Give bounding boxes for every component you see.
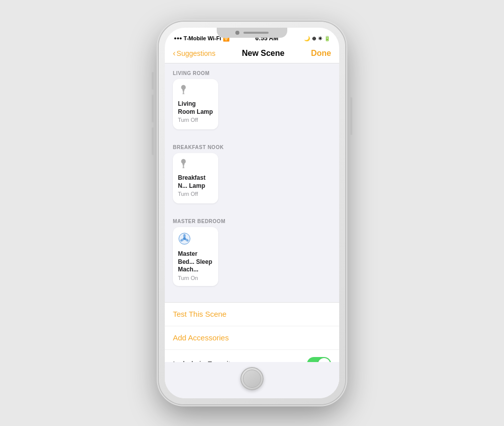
section-living-room: LIVING ROOM Living Roo	[165, 63, 339, 137]
device-name-sleep-machine: Master Bed... Sleep Mach...	[178, 250, 213, 274]
section-header-breakfast-nook: BREAKFAST NOOK	[165, 137, 339, 153]
home-button-inner	[243, 370, 261, 388]
section-header-living-room: LIVING ROOM	[165, 63, 339, 79]
add-accessories-row[interactable]: Add Accessories	[165, 326, 339, 350]
carrier-label: T-Mobile Wi-Fi	[183, 35, 221, 41]
device-status-sleep-machine: Turn On	[178, 275, 198, 281]
section-devices-master-bedroom: Master Bed... Sleep Mach... Turn On	[165, 227, 339, 294]
volume-up-button	[152, 95, 154, 122]
location-icon: ⊕	[312, 36, 316, 41]
volume-silent-button	[152, 72, 154, 90]
volume-down-button	[152, 127, 154, 155]
power-button	[350, 97, 352, 135]
earpiece-speaker	[243, 32, 269, 34]
device-status-breakfast-lamp: Turn Off	[178, 191, 198, 197]
page-title: New Scene	[242, 49, 284, 58]
favorites-toggle[interactable]	[307, 357, 331, 362]
section-devices-breakfast-nook: Breakfast N... Lamp Turn Off	[165, 153, 339, 211]
home-button-area	[165, 362, 339, 398]
test-scene-button[interactable]: Test This Scene	[173, 310, 226, 318]
main-content: LIVING ROOM Living Roo	[165, 63, 339, 362]
ios-screen: ●●● T-Mobile Wi-Fi 🛜 6:55 AM 🌙 ⊕ ✳ 🔋 ‹ S…	[165, 28, 339, 398]
toggle-knob	[318, 358, 330, 362]
signal-icon: ●●●	[174, 36, 182, 41]
phone-notch	[217, 28, 287, 38]
front-camera	[235, 31, 239, 35]
moon-icon: 🌙	[304, 36, 310, 41]
section-devices-living-room: Living Room Lamp Turn Off	[165, 79, 339, 137]
section-header-master-bedroom: MASTER BEDROOM	[165, 211, 339, 227]
status-icons: 🌙 ⊕ ✳ 🔋	[304, 36, 330, 41]
battery-icon: 🔋	[324, 36, 330, 41]
favorites-row: Include in Favorites	[165, 350, 339, 362]
chevron-left-icon: ‹	[173, 49, 175, 58]
action-section: Test This Scene Add Accessories Include …	[165, 302, 339, 362]
add-accessories-button[interactable]: Add Accessories	[173, 333, 229, 342]
phone-device: ●●● T-Mobile Wi-Fi 🛜 6:55 AM 🌙 ⊕ ✳ 🔋 ‹ S…	[159, 22, 345, 404]
svg-rect-3	[183, 166, 184, 167]
device-name-living-room-lamp: Living Room Lamp	[178, 100, 213, 116]
lamp-icon	[178, 84, 189, 100]
favorites-toggle-row: Include in Favorites	[173, 357, 331, 362]
bluetooth-icon: ✳	[318, 36, 322, 41]
back-button[interactable]: ‹ Suggestions	[173, 49, 215, 58]
phone-screen: ●●● T-Mobile Wi-Fi 🛜 6:55 AM 🌙 ⊕ ✳ 🔋 ‹ S…	[165, 28, 339, 398]
svg-point-8	[183, 234, 186, 238]
home-button[interactable]	[240, 367, 264, 390]
section-master-bedroom: MASTER BEDROOM	[165, 211, 339, 294]
test-scene-row[interactable]: Test This Scene	[165, 303, 339, 326]
lamp-icon-breakfast	[178, 158, 189, 174]
back-label: Suggestions	[176, 49, 215, 57]
section-breakfast-nook: BREAKFAST NOOK Breakfa	[165, 137, 339, 211]
device-tile-sleep-machine[interactable]: Master Bed... Sleep Mach... Turn On	[173, 227, 218, 286]
device-tile-living-room-lamp[interactable]: Living Room Lamp Turn Off	[173, 79, 218, 129]
svg-rect-0	[183, 92, 184, 93]
fan-icon	[178, 232, 191, 250]
device-status-living-room-lamp: Turn Off	[178, 117, 198, 123]
device-name-breakfast-lamp: Breakfast N... Lamp	[178, 174, 213, 190]
done-button[interactable]: Done	[311, 49, 331, 58]
device-tile-breakfast-lamp[interactable]: Breakfast N... Lamp Turn Off	[173, 153, 218, 203]
navigation-bar: ‹ Suggestions New Scene Done	[165, 45, 339, 63]
